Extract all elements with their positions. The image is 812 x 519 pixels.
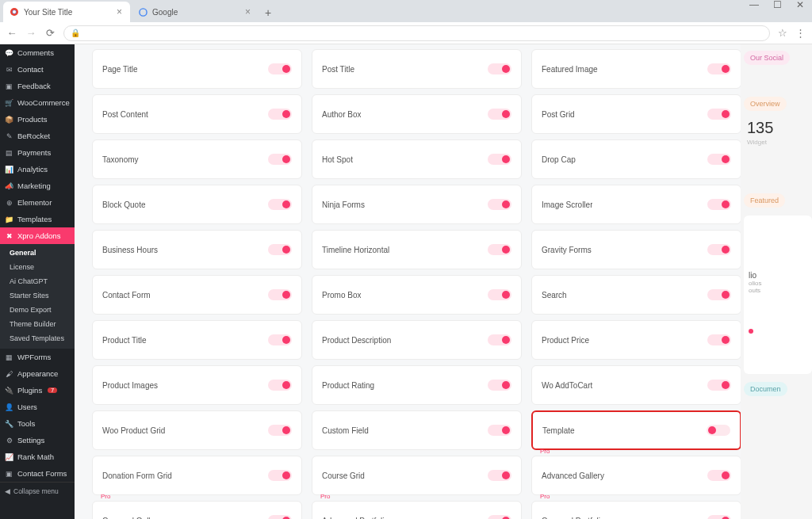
sidebar-item-label: Products xyxy=(17,115,48,124)
widget-toggle[interactable] xyxy=(488,515,511,519)
minimize-icon[interactable]: — xyxy=(749,0,759,10)
widget-label: Product Title xyxy=(102,336,147,345)
widget-toggle[interactable] xyxy=(268,515,292,519)
sidebar-item-rank-math[interactable]: 📈Rank Math xyxy=(0,448,75,465)
sidebar-subitem-saved-templates[interactable]: Saved Templates xyxy=(0,331,75,345)
close-icon[interactable]: ✕ xyxy=(796,0,804,10)
widget-toggle[interactable] xyxy=(707,334,731,345)
widget-toggle[interactable] xyxy=(707,515,731,519)
widget-card-page-title: Page Title xyxy=(92,49,302,89)
widget-toggle[interactable] xyxy=(707,63,731,74)
back-button[interactable]: ← xyxy=(6,27,17,39)
widget-toggle[interactable] xyxy=(268,154,292,165)
sidebar-subitem-demo-export[interactable]: Demo Export xyxy=(0,303,75,317)
widget-toggle[interactable] xyxy=(707,470,731,481)
widget-toggle[interactable] xyxy=(488,289,511,300)
url-input[interactable]: 🔒 xyxy=(63,25,770,41)
widget-toggle[interactable] xyxy=(707,109,731,120)
widget-toggle[interactable] xyxy=(707,154,731,165)
sidebar-subitem-license[interactable]: License xyxy=(0,260,75,274)
sidebar-subitem-ai-chatgpt[interactable]: Ai ChatGPT xyxy=(0,274,75,288)
sidebar-subitem-theme-builder[interactable]: Theme Builder xyxy=(0,317,75,331)
widget-toggle[interactable] xyxy=(268,289,292,300)
widget-card-donation-form-grid: Donation Form Grid xyxy=(92,456,302,495)
widget-toggle[interactable] xyxy=(707,425,730,436)
tab-title: Your Site Title xyxy=(24,8,72,17)
widget-toggle[interactable] xyxy=(488,244,511,255)
sidebar-item-woocommerce[interactable]: 🛒WooCommerce xyxy=(0,94,75,111)
sidebar-item-contact[interactable]: ✉Contact xyxy=(0,61,75,78)
widget-toggle[interactable] xyxy=(268,244,292,255)
widget-toggle[interactable] xyxy=(707,289,731,300)
browser-tab-inactive[interactable]: Google × xyxy=(132,2,259,22)
widget-toggle[interactable] xyxy=(488,334,511,345)
widget-toggle[interactable] xyxy=(488,425,511,436)
widget-label: Donation Form Grid xyxy=(102,471,172,480)
widget-label: Product Rating xyxy=(322,381,374,390)
widget-label: Promo Box xyxy=(322,291,361,300)
sidebar-item-label: Contact Forms xyxy=(17,469,67,478)
tab-close-icon[interactable]: × xyxy=(245,6,251,17)
payments-icon: ▤ xyxy=(5,148,13,157)
sidebar-item-wpforms[interactable]: ▦WPForms xyxy=(0,349,75,365)
widget-card-carousel-portfolio: ProCarousel Portfolio xyxy=(531,501,741,519)
widget-toggle[interactable] xyxy=(488,63,511,74)
forward-button[interactable]: → xyxy=(25,27,36,39)
widget-label: Post Grid xyxy=(542,110,575,119)
sidebar-item-appearance[interactable]: 🖌Appearance xyxy=(0,365,75,382)
widget-toggle[interactable] xyxy=(268,63,292,74)
widget-toggle[interactable] xyxy=(488,109,511,120)
tab-close-icon[interactable]: × xyxy=(117,6,122,17)
widget-card-hot-spot: Hot Spot xyxy=(312,139,522,179)
overview-label: Widget xyxy=(747,139,812,146)
widget-toggle[interactable] xyxy=(268,109,292,120)
sidebar-item-plugins[interactable]: 🔌Plugins7 xyxy=(0,382,75,399)
sidebar-item-label: Elementor xyxy=(17,198,52,207)
browser-tab-active[interactable]: Your Site Title × xyxy=(3,2,130,22)
widget-toggle[interactable] xyxy=(488,380,511,391)
sidebar-item-berocket[interactable]: ✎BeRocket xyxy=(0,128,75,144)
widget-toggle[interactable] xyxy=(268,334,292,345)
sidebar-item-analytics[interactable]: 📊Analytics xyxy=(0,161,75,177)
widget-card-drop-cap: Drop Cap xyxy=(531,139,741,179)
widget-toggle[interactable] xyxy=(488,470,511,481)
sidebar-item-comments[interactable]: 💬Comments xyxy=(0,44,75,61)
sidebar-item-templates[interactable]: 📁Templates xyxy=(0,211,75,227)
widget-toggle[interactable] xyxy=(268,425,292,436)
sidebar-item-label: Appearance xyxy=(17,369,58,378)
star-icon[interactable]: ☆ xyxy=(778,27,787,39)
sidebar-item-marketing[interactable]: 📣Marketing xyxy=(0,177,75,194)
sidebar-item-users[interactable]: 👤Users xyxy=(0,399,75,415)
widget-toggle[interactable] xyxy=(488,154,511,165)
widget-toggle[interactable] xyxy=(268,380,292,391)
sidebar-item-payments[interactable]: ▤Payments xyxy=(0,144,75,161)
sidebar-item-xpro-addons[interactable]: ✖Xpro Addons xyxy=(0,227,75,244)
widget-toggle[interactable] xyxy=(707,380,731,391)
reload-button[interactable]: ⟳ xyxy=(44,27,56,39)
widget-toggle[interactable] xyxy=(268,470,292,481)
sidebar-subitem-general[interactable]: General xyxy=(0,246,75,260)
sidebar-item-elementor[interactable]: ⊕Elementor xyxy=(0,194,75,211)
window-controls: — ☐ ✕ xyxy=(749,0,812,8)
sidebar-item-label: Comments xyxy=(17,48,54,57)
new-tab-button[interactable]: + xyxy=(260,6,276,22)
widget-card-contact-form: Contact Form xyxy=(92,275,302,315)
sidebar-item-settings[interactable]: ⚙Settings xyxy=(0,432,75,448)
pro-badge: Pro xyxy=(101,493,110,500)
widget-toggle[interactable] xyxy=(707,244,731,255)
widget-toggle[interactable] xyxy=(707,199,731,210)
sidebar-item-products[interactable]: 📦Products xyxy=(0,111,75,128)
menu-icon[interactable]: ⋮ xyxy=(795,27,806,39)
widget-label: Page Title xyxy=(102,65,137,74)
sidebar-item-contact-forms[interactable]: ▣Contact Forms xyxy=(0,465,75,482)
widget-toggle[interactable] xyxy=(268,199,292,210)
widget-toggle[interactable] xyxy=(488,199,511,210)
widget-card-post-grid: Post Grid xyxy=(531,94,741,134)
sidebar-item-feedback[interactable]: ▣Feedback xyxy=(0,78,75,94)
maximize-icon[interactable]: ☐ xyxy=(773,0,782,10)
sidebar-subitem-starter-sites[interactable]: Starter Sites xyxy=(0,288,75,303)
svg-point-2 xyxy=(13,10,16,13)
collapse-menu[interactable]: ◀Collapse menu xyxy=(0,482,75,500)
pro-badge: Pro xyxy=(540,493,550,500)
sidebar-item-tools[interactable]: 🔧Tools xyxy=(0,415,75,432)
